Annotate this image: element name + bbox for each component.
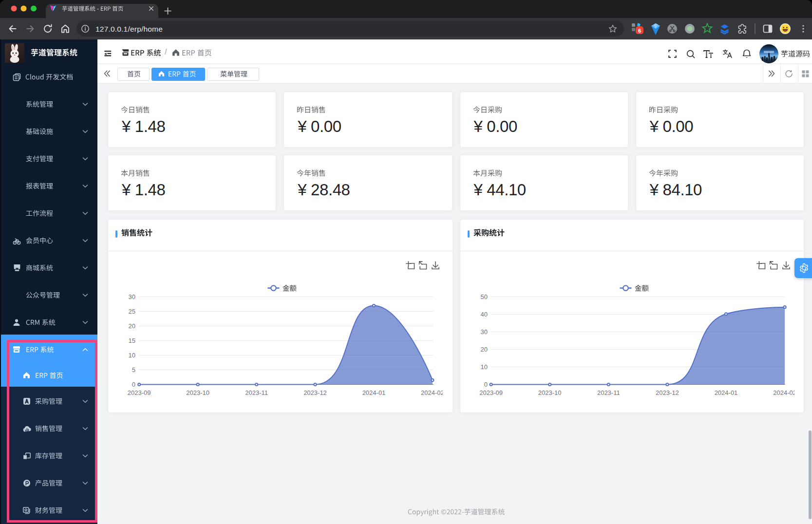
svg-text:2023-10: 2023-10	[538, 389, 561, 396]
svg-text:2023-09: 2023-09	[479, 389, 503, 396]
svg-text:10: 10	[480, 363, 487, 371]
svg-text:0: 0	[484, 381, 487, 388]
svg-text:0: 0	[132, 381, 135, 388]
svg-text:2024-02: 2024-02	[421, 389, 443, 396]
svg-text:2023-11: 2023-11	[597, 389, 620, 396]
svg-text:30: 30	[480, 328, 487, 336]
svg-text:50: 50	[480, 293, 487, 300]
svg-text:25: 25	[129, 308, 135, 315]
svg-text:20: 20	[480, 346, 487, 353]
svg-text:5: 5	[132, 366, 135, 374]
svg-text:2024-01: 2024-01	[362, 389, 386, 396]
svg-text:40: 40	[480, 311, 487, 318]
svg-text:2023-10: 2023-10	[186, 389, 209, 396]
svg-text:15: 15	[129, 337, 135, 344]
svg-text:2024-01: 2024-01	[714, 389, 737, 396]
svg-text:2023-12: 2023-12	[303, 389, 327, 396]
svg-text:2023-12: 2023-12	[656, 389, 679, 396]
svg-text:2024-02: 2024-02	[773, 389, 794, 396]
svg-text:2023-09: 2023-09	[128, 389, 151, 396]
svg-text:2023-11: 2023-11	[245, 389, 268, 396]
svg-text:20: 20	[129, 322, 135, 330]
svg-text:10: 10	[129, 352, 135, 359]
svg-text:6: 6	[638, 28, 641, 34]
svg-text:30: 30	[129, 293, 135, 300]
